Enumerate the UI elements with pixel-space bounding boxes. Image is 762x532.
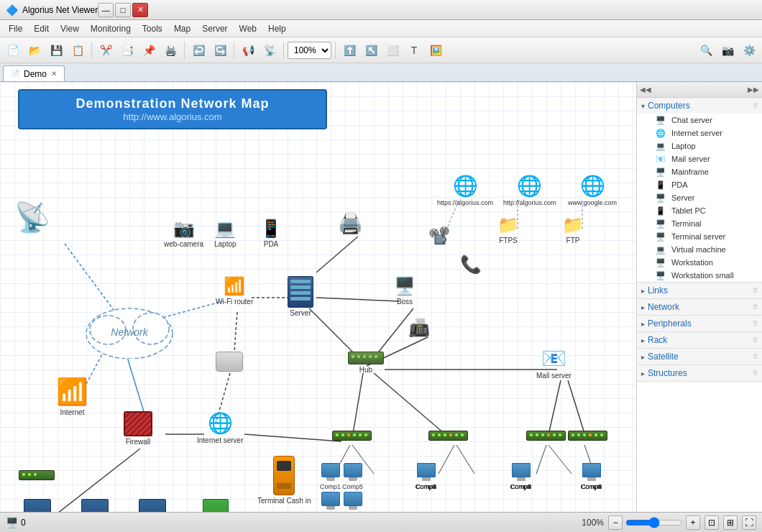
upload-button[interactable]: ⬆️ (339, 40, 359, 60)
zoom-in-button[interactable]: + (686, 515, 700, 530)
search-button[interactable]: 🔍 (696, 40, 716, 60)
undo-button[interactable]: ↩️ (188, 40, 208, 60)
node-globe1[interactable]: 🌐 https://algorius.com (437, 174, 493, 206)
minimize-button[interactable]: — (98, 3, 114, 17)
menu-server[interactable]: Server (196, 22, 233, 35)
cat-item-tablet-pc[interactable]: 📱 Tablet PC (637, 204, 762, 217)
actual-size-button[interactable]: ⊞ (723, 515, 738, 530)
category-structures-header[interactable]: ▸ Structures ⠿ (637, 365, 762, 381)
cat-item-mail-server[interactable]: 📧 Mail server (637, 152, 762, 165)
node-projector[interactable]: 📽️ (428, 226, 450, 246)
node-switch1[interactable] (332, 431, 372, 441)
close-button[interactable]: ✕ (132, 3, 148, 17)
node-ftp[interactable]: 📁 FTP (562, 215, 584, 244)
node-switch3[interactable] (526, 431, 566, 441)
node-router2[interactable] (216, 352, 243, 372)
comp-1-6[interactable]: Comp6 (342, 492, 363, 512)
cat-item-virtual-machine[interactable]: 💻 Virtual machine (637, 243, 762, 256)
node-termserver1[interactable]: Terminal server (13, 499, 62, 512)
tab-close-icon[interactable]: ✕ (51, 70, 57, 78)
cat-item-server[interactable]: 🖥️ Server (637, 191, 762, 204)
camera-button[interactable]: 📷 (717, 40, 738, 60)
maximize-button[interactable]: □ (115, 3, 131, 17)
comp-1-1[interactable]: Comp1 (320, 463, 341, 490)
cat-item-laptop[interactable]: 💻 Laptop (637, 139, 762, 152)
menu-file[interactable]: File (3, 22, 28, 35)
node-printer[interactable]: 🖨️ (338, 211, 363, 235)
node-fax[interactable]: 📠 (408, 318, 430, 338)
category-peripherals-header[interactable]: ▸ Peripherals ⠿ (637, 316, 762, 331)
cat-item-workstation[interactable]: 🖥️ Workstation (637, 256, 762, 269)
print-button[interactable]: 🖨️ (160, 40, 180, 60)
node-webcam[interactable]: 📷 web-camera (164, 219, 203, 248)
settings-button[interactable]: ⚙️ (739, 40, 759, 60)
zoom-select[interactable]: 100% 75% 50% 125% 150% (288, 42, 331, 59)
menu-help[interactable]: Help (262, 22, 292, 35)
open-button[interactable]: 📂 (24, 40, 45, 60)
menu-edit[interactable]: Edit (28, 22, 55, 35)
save-button[interactable]: 💾 (46, 40, 66, 60)
new-button[interactable]: 📄 (3, 40, 23, 60)
zoom-slider[interactable] (625, 517, 683, 528)
node-ftps[interactable]: 📁 FTPS (497, 215, 519, 244)
node-terminal-cashin[interactable]: Terminal Cash in (257, 456, 311, 505)
node-wifi-router[interactable]: 📶 Wi-Fi router (216, 276, 253, 306)
save-all-button[interactable]: 📋 (68, 40, 88, 60)
menu-tools[interactable]: Tools (137, 22, 168, 35)
category-satellite-header[interactable]: ▸ Satellite ⠿ (637, 349, 762, 364)
node-globe2[interactable]: 🌐 http://algorius.com (503, 174, 556, 206)
pointer-button[interactable]: ↖️ (361, 40, 381, 60)
node-small-switch[interactable] (19, 470, 55, 480)
tab-demo[interactable]: 📄 Demo ✕ (3, 65, 65, 81)
cat-item-workstation-small[interactable]: 🖥️ Workstation small (637, 269, 762, 282)
node-server[interactable]: Server (288, 276, 313, 317)
cat-item-terminal[interactable]: 🖥️ Terminal (637, 217, 762, 230)
comp-2-8[interactable]: Comp8 (416, 463, 436, 490)
node-satellite-dish[interactable]: 📡 (14, 201, 50, 234)
node-laptop[interactable]: 💻 Laptop (214, 219, 237, 248)
node-mainframe[interactable]: Mainframe (198, 499, 232, 512)
node-pda[interactable]: 📱 PDA (260, 219, 282, 248)
paste-button[interactable]: 📌 (139, 40, 159, 60)
category-computers-header[interactable]: ▾ Computers ⠿ (637, 98, 762, 114)
panel-left-arrows[interactable]: ◀◀ (640, 86, 651, 93)
copy-button[interactable]: 📑 (117, 40, 137, 60)
node-hub[interactable]: Hub (348, 352, 384, 374)
cat-item-terminal-server[interactable]: 🖥️ Terminal server (637, 230, 762, 243)
comp-3-8[interactable]: Comp8 (510, 463, 531, 490)
category-network-header[interactable]: ▸ Network ⠿ (637, 299, 762, 315)
node-internet-server[interactable]: 🌐 Internet server (197, 411, 243, 444)
redo-button[interactable]: ↪️ (210, 40, 230, 60)
node-termserver3[interactable]: Terminal server (128, 499, 177, 512)
node-antenna[interactable]: 📶 Internet (56, 377, 88, 416)
cat-item-mainframe[interactable]: 🖥️ Mainframe (637, 165, 762, 178)
node-phone[interactable]: 📞 (460, 254, 482, 275)
select-button[interactable]: ⬜ (382, 40, 403, 60)
comp-1-5[interactable]: Comp5 (342, 463, 363, 490)
comp-4-8[interactable]: Comp8 (581, 463, 602, 490)
fit-page-button[interactable]: ⊡ (704, 515, 719, 530)
menu-monitoring[interactable]: Monitoring (85, 22, 137, 35)
monitor-button[interactable]: 📡 (260, 40, 280, 60)
fullscreen-button[interactable]: ⛶ (742, 515, 756, 530)
node-mailserver[interactable]: 📧 Mail server (536, 347, 572, 380)
node-termserver2[interactable]: Terminal server (70, 499, 119, 512)
category-rack-header[interactable]: ▸ Rack ⠿ (637, 332, 762, 348)
panel-right-arrows[interactable]: ▶▶ (748, 86, 759, 93)
alert-button[interactable]: 📢 (238, 40, 258, 60)
cat-item-pda[interactable]: 📱 PDA (637, 178, 762, 191)
node-switch4[interactable] (568, 431, 607, 441)
cut-button[interactable]: ✂️ (96, 40, 116, 60)
menu-web[interactable]: Web (234, 22, 262, 35)
comp-1-2[interactable]: Comp2 (320, 492, 341, 512)
category-links-header[interactable]: ▸ Links ⠿ (637, 283, 762, 298)
node-globe3[interactable]: 🌐 www.google.com (568, 174, 617, 206)
cat-item-internet-server[interactable]: 🌐 Internet server (637, 127, 762, 139)
network-canvas[interactable]: Demonstration Network Map http://www.alg… (0, 82, 636, 512)
cat-item-chat-server[interactable]: 🖥️ Chat server (637, 114, 762, 127)
menu-view[interactable]: View (55, 22, 85, 35)
menu-map[interactable]: Map (168, 22, 196, 35)
node-boss[interactable]: 🖥️ Boss (394, 276, 416, 306)
text-button[interactable]: T (404, 40, 424, 60)
node-switch2[interactable] (428, 431, 468, 441)
